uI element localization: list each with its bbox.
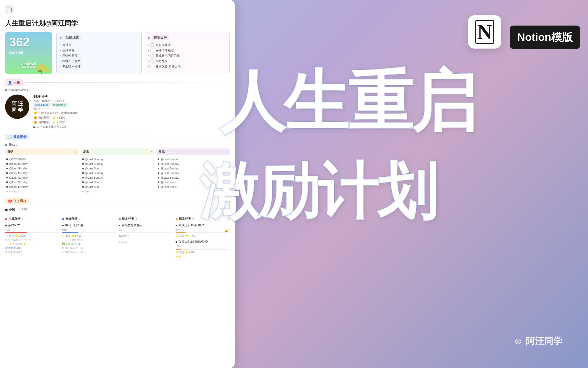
status-item-3: 习惯性熬夜: [60, 53, 138, 59]
save-stat-1: ✨ 获得 ⭐ x 6009: [5, 234, 59, 238]
swim-progress-bar: [176, 249, 230, 250]
board-item[interactable]: @Last Sunday: [5, 171, 78, 175]
item-dot: [82, 177, 84, 178]
notion-label-text: Notion模版: [517, 30, 573, 44]
save-key-result: 每次存1w即为打卡一次: [5, 238, 59, 242]
stat-earned: 🔶 当前获得：⭐ x 7200: [33, 116, 230, 120]
checkbox-5[interactable]: [151, 65, 154, 68]
gallery-view-label[interactable]: ⊞ Gallery view ▾: [5, 88, 230, 92]
save-action-2: 这是关键结果2: [5, 250, 59, 254]
notion-logo-box: N: [468, 15, 501, 49]
checkbox-4[interactable]: [151, 60, 154, 63]
item-text: @Last Sunday: [9, 185, 28, 188]
profile-tag-engineer: 前端工程师: [33, 103, 50, 107]
col-dot-red: [5, 218, 7, 220]
swim-progress-label: 10%: [176, 245, 230, 248]
board-item[interactable]: @Last Sunda...: [156, 157, 230, 162]
item-text: @Last Sund...: [161, 185, 178, 188]
add-daily-icon[interactable]: +: [228, 217, 230, 221]
item-dot: [6, 158, 8, 160]
board-item[interactable]: @Last Sunday: [81, 157, 154, 162]
task-new-btn-sub[interactable]: + New: [119, 240, 173, 244]
board-item[interactable]: @Last Sunday: [81, 175, 154, 180]
item-dot: [82, 172, 84, 174]
lang-sub-1: 通过等级考试（50）: [62, 246, 116, 250]
board-item[interactable]: @2023/07/02: [5, 157, 78, 162]
review-section-tag: 📋 复盘记录: [5, 134, 29, 140]
item-text: @Last Sunday: [161, 162, 179, 165]
earned-icon: 🔶: [33, 116, 37, 120]
board-item[interactable]: @Last Sunday: [5, 166, 78, 171]
board-item[interactable]: @Last Sunday: [81, 162, 154, 166]
task-col-count-main: 1: [22, 217, 23, 221]
board-item[interactable]: @Last Sund...: [156, 180, 230, 185]
board-item[interactable]: @Last Sunday: [5, 180, 78, 185]
cert-progress-label: 0%: [119, 228, 173, 231]
item-text: @Last Sun...: [85, 185, 101, 188]
swim-task-name: 每周去2-3次游泳/健身: [178, 240, 208, 244]
review-label: 复盘记录: [13, 135, 27, 139]
board-item[interactable]: @Last Sunday: [5, 162, 78, 166]
board-item[interactable]: @Last Sun...: [81, 166, 154, 171]
task-col-header-daily: 日常任务 2 +: [176, 217, 230, 221]
board-column-diary: 日记 7 @2023/07/02 @Last Sunday @Last Sund…: [5, 148, 78, 194]
task-item-cert[interactable]: 获得教练资格证 0% 暂未获得: [119, 223, 173, 238]
board-new-diary[interactable]: ++ New: [5, 189, 78, 194]
cover-days-label: Days left: [9, 50, 23, 54]
board-item[interactable]: @Last Sunday: [156, 166, 230, 171]
notification-icon: 🔔N: [225, 229, 230, 232]
item-text: @Last Sunday: [9, 171, 28, 175]
item-dot: [6, 177, 8, 178]
item-text: @Last Sunday: [161, 171, 179, 175]
board-item[interactable]: @Last Sunday: [81, 171, 154, 175]
notion-panel: 📋 人生重启计划@阿汪同学 362 Days left 人生重启计划2024/0…: [0, 0, 235, 368]
plus-icon: +: [82, 190, 84, 193]
item-dot: [158, 186, 159, 188]
stat-current: 🔶 当前拥有：⭐ x 6350: [33, 120, 230, 124]
board-item[interactable]: @Last Sunday: [5, 175, 78, 180]
checkbox-2[interactable]: [151, 49, 154, 52]
course-progress-bar: [176, 232, 230, 233]
tab-list[interactable]: ☰ 列表: [18, 207, 28, 212]
goal-item-4: 拒绝熬夜: [148, 59, 227, 64]
lang-progress-label: 30%: [62, 228, 116, 231]
board-item[interactable]: @Last Sund...: [156, 185, 230, 189]
item-text: @Last Sund...: [161, 181, 178, 184]
tab-list-icon: ☰: [18, 208, 21, 211]
profile-progress-fill: [39, 108, 40, 109]
task-section-divider: 🎯 任务看板: [5, 198, 230, 204]
checkbox-1[interactable]: [151, 43, 154, 47]
board-item[interactable]: @Last Sunday: [5, 185, 78, 189]
task-item-language[interactable]: 学习一门外语 30% ✨ 获得 ⭐ x 600 --- ✨ 关键结果 ⚡ ---…: [62, 223, 116, 254]
board-new-review[interactable]: + New: [81, 189, 154, 194]
save-action-1[interactable]: 这是关键结果1: [5, 246, 59, 250]
task-col-count-daily: 2: [192, 217, 194, 221]
checkbox-3[interactable]: [151, 54, 154, 57]
col-dot-green: [119, 218, 121, 220]
task-col-title-wrap-main: 主线任务 1: [5, 217, 23, 221]
gallery-grid-icon: ⊞: [5, 88, 8, 92]
lang-progress-bar: [62, 232, 116, 233]
board-item[interactable]: @Last Sunday: [156, 171, 230, 175]
cert-note: 暂未获得: [119, 234, 173, 238]
new-label-sub: New: [121, 240, 127, 244]
board-item[interactable]: @Last Sunday: [156, 175, 230, 180]
task-col-title-daily: 日常任务: [179, 217, 191, 221]
board-col-header-inspire: 灵感 7: [156, 148, 230, 155]
task-item-save[interactable]: 存钱50w 40% ✨ 获得 ⭐ x 6009 每次存1w即为打卡一次 --- …: [5, 223, 59, 254]
section-line-1: [25, 82, 230, 83]
ultimate-goal-title: ▶ 终极目标: [148, 35, 227, 40]
board-item[interactable]: @Last Sun...: [81, 180, 154, 185]
task-item-course[interactable]: 完成进阶网课 100h 20% 🔔N ✨ 获得 ⭐ x 400: [176, 223, 230, 238]
panel-icon: 📋: [5, 5, 14, 14]
page-title: 人生重启计划@阿汪同学: [5, 19, 230, 28]
board-item[interactable]: @Last Sun...: [81, 185, 154, 189]
cert-progress-bar: [119, 232, 173, 233]
tab-all[interactable]: ⊞ 全部: [5, 207, 15, 214]
profile-avatar: 阿 汪同 学: [5, 95, 29, 119]
swim-progress-fill: [176, 249, 181, 250]
board-item[interactable]: @Last Sunday: [156, 162, 230, 166]
tab-list-label: 列表: [22, 207, 28, 211]
item-dot: [82, 186, 84, 188]
task-item-swim[interactable]: 每周去2-3次游泳/健身 10% ✨ 获得 ⭐ x 200 ⭐⭐: [176, 240, 230, 258]
